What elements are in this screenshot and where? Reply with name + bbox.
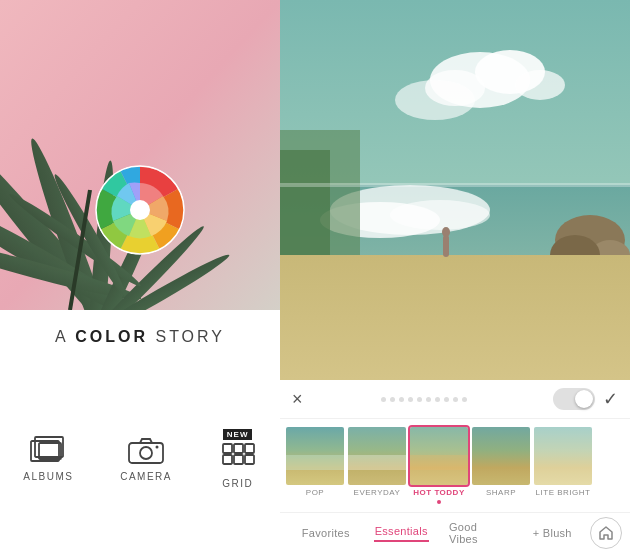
svg-rect-22 [234, 444, 243, 453]
camera-icon [127, 435, 165, 465]
toggle-knob [575, 390, 593, 408]
svg-rect-47 [286, 455, 344, 470]
home-button[interactable] [590, 517, 622, 549]
category-essentials[interactable]: Essentials [364, 521, 440, 546]
svg-point-44 [442, 227, 450, 237]
filter-categories: Favorites Essentials Good Vibes + Blush [280, 512, 630, 555]
app-title-area: A COLOR STORY [0, 310, 280, 358]
color-wheel [95, 165, 185, 255]
filter-thumb-pop[interactable]: POP [286, 427, 344, 504]
beach-photo [280, 0, 630, 380]
new-badge: NEW [223, 429, 253, 440]
filter-thumb-hot-toddy[interactable]: HOT TODDY [410, 427, 468, 504]
app-title: A COLOR STORY [0, 328, 280, 346]
svg-point-19 [140, 447, 152, 459]
home-icon [598, 525, 614, 541]
category-essentials-label: Essentials [375, 525, 428, 537]
filter-toolbar: × ✓ [280, 380, 630, 419]
category-good-vibes-label: Good Vibes [449, 521, 505, 545]
progress-dot [381, 397, 386, 402]
filter-label-sharp: SHARP [486, 488, 516, 497]
filter-label-pop: POP [306, 488, 324, 497]
filter-thumbnails: POP [280, 419, 630, 512]
progress-dots [303, 397, 545, 402]
filter-preview-sharp [472, 427, 530, 485]
svg-point-36 [390, 200, 490, 230]
progress-dot [426, 397, 431, 402]
svg-rect-25 [234, 455, 243, 464]
title-prefix: A [55, 328, 75, 345]
hero-image [0, 0, 280, 310]
filter-label-lite-bright: LITE BRIGHT [536, 488, 591, 497]
camera-label: CAMERA [120, 471, 172, 482]
svg-rect-24 [223, 455, 232, 464]
svg-rect-42 [280, 255, 630, 380]
svg-point-13 [130, 200, 150, 220]
svg-point-32 [515, 70, 565, 100]
svg-point-31 [395, 80, 475, 120]
albums-label: ALBUMS [23, 471, 73, 482]
svg-rect-51 [410, 455, 468, 470]
filter-preview-pop [286, 427, 344, 485]
category-favorites-label: Favorites [302, 527, 350, 539]
svg-rect-26 [245, 455, 254, 464]
progress-dot [444, 397, 449, 402]
svg-rect-21 [223, 444, 232, 453]
filter-label-hot-toddy: HOT TODDY [413, 488, 464, 497]
nav-item-camera[interactable]: CAMERA [120, 435, 172, 482]
grid-icon [219, 442, 257, 472]
category-favorites[interactable]: Favorites [288, 523, 364, 543]
svg-rect-54 [534, 427, 592, 485]
progress-dot [390, 397, 395, 402]
category-blush[interactable]: + Blush [515, 523, 591, 543]
left-panel: A COLOR STORY ALBUMS [0, 0, 280, 559]
filter-label-everyday: EVERYDAY [354, 488, 401, 497]
progress-dot [462, 397, 467, 402]
albums-icon [29, 435, 67, 465]
progress-dot [453, 397, 458, 402]
progress-dot [417, 397, 422, 402]
filter-preview-lite-bright [534, 427, 592, 485]
confirm-button[interactable]: ✓ [603, 388, 618, 410]
category-good-vibes[interactable]: Good Vibes [439, 517, 515, 549]
grid-label: GRID [222, 478, 253, 489]
toggle-switch[interactable] [553, 388, 595, 410]
active-underline [374, 540, 430, 542]
filter-thumb-sharp[interactable]: SHARP [472, 427, 530, 504]
category-blush-label: + Blush [533, 527, 572, 539]
nav-item-grid[interactable]: NEW GRID [219, 429, 257, 489]
nav-item-albums[interactable]: ALBUMS [23, 435, 73, 482]
bottom-nav: ALBUMS CAMERA NEW [0, 358, 280, 559]
svg-rect-23 [245, 444, 254, 453]
filter-thumb-everyday[interactable]: EVERYDAY [348, 427, 406, 504]
progress-dot [408, 397, 413, 402]
svg-rect-49 [348, 455, 406, 470]
title-color: COLOR [75, 328, 148, 345]
filter-preview-hot-toddy [410, 427, 468, 485]
svg-rect-43 [443, 235, 449, 257]
progress-dot [435, 397, 440, 402]
svg-rect-45 [280, 183, 630, 187]
progress-dot [399, 397, 404, 402]
svg-rect-52 [472, 427, 530, 485]
filter-thumb-lite-bright[interactable]: LITE BRIGHT [534, 427, 592, 504]
filter-controls: × ✓ [280, 380, 630, 555]
close-button[interactable]: × [292, 389, 303, 410]
right-panel: × ✓ [280, 0, 630, 559]
filter-preview-everyday [348, 427, 406, 485]
selected-dot [437, 500, 441, 504]
title-suffix: STORY [148, 328, 225, 345]
svg-point-20 [156, 446, 159, 449]
